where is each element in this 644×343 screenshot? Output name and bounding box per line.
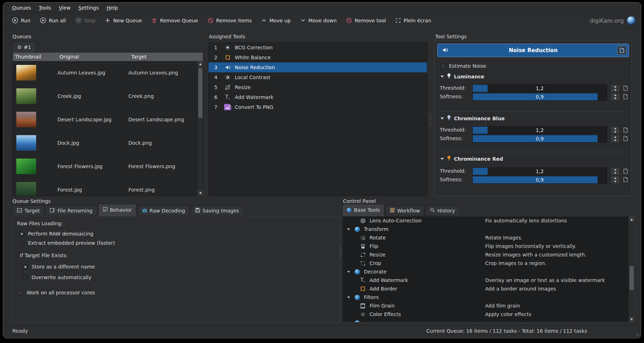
move-down-button[interactable]: Move down [297,16,340,25]
run-all-button[interactable]: Run all [37,15,69,26]
radio-extract-embedded-preview[interactable]: Extract embedded preview (faster) [19,240,115,246]
section-chrominance-blue[interactable]: Chrominance Blue [440,115,505,122]
tree-row-rotate[interactable]: Rotate Rotate images. [343,233,634,242]
tool-row-add-watermark[interactable]: 6 T+ Add Watermark [209,92,427,102]
remove-queue-button[interactable]: Remove Queue [148,16,201,26]
digikam-brand: digiKam.org [590,13,636,28]
tab-raw-decoding[interactable]: Raw Decoding [138,205,190,216]
splitter-handle[interactable] [340,247,341,259]
scroll-up-icon[interactable]: ▲ [629,216,634,222]
reset-icon[interactable] [623,94,628,100]
remove-items-button[interactable]: Remove items [205,16,255,26]
spin-buttons[interactable]: ▲▼ [611,167,620,175]
expander-icon[interactable] [347,271,350,273]
scroll-down-icon[interactable]: ▼ [629,316,634,322]
tab-behavior[interactable]: Behavior [98,204,137,216]
reset-icon[interactable] [623,136,628,142]
scrollbar-thumb[interactable] [198,68,202,118]
fullscreen-button[interactable]: Plein écran [392,16,434,25]
tool-row-local-contrast[interactable]: 4 Local Contrast [209,72,427,82]
spin-buttons[interactable]: ▲▼ [611,93,620,101]
menu-help[interactable]: Help [104,4,121,12]
reset-icon[interactable] [623,168,628,175]
chroma-blue-softness-slider[interactable]: Softness: 0,9 ▲▼ [435,135,632,143]
tool-row-bcg-correction[interactable]: 1 BCG Correction [209,43,427,52]
tree-row-crop[interactable]: Crop Crop images to a region. [343,259,634,267]
stop-button[interactable]: Stop [72,15,99,26]
tree-row-flip[interactable]: Flip Flip images horizontally or vertica… [343,242,634,250]
png-file-icon [223,104,232,110]
section-luminance[interactable]: Luminance [440,73,484,80]
spin-buttons[interactable]: ▲▼ [611,84,620,92]
new-queue-button[interactable]: New Queue [102,16,145,25]
queue-row[interactable]: Desert Landscape.jpg Desert Landscape.pn… [13,108,197,131]
chroma-red-threshold-slider[interactable]: Threshold: 1,2 ▲▼ [435,167,632,175]
chroma-red-softness-slider[interactable]: Softness: 0,9 ▲▼ [435,176,632,184]
queue-row[interactable]: Forest.jpg Forest.png [13,178,197,196]
spin-buttons[interactable]: ▲▼ [611,135,620,143]
remove-tool-button[interactable]: Remove tool [343,16,389,26]
tab-file-renaming[interactable]: File Renaming [45,205,97,216]
luminance-softness-slider[interactable]: Softness: 0,9 ▲▼ [435,93,632,101]
column-thumbnail[interactable]: Thumbnail [13,52,57,61]
column-original[interactable]: Original [57,52,129,61]
menu-view[interactable]: View [56,4,74,12]
estimate-noise-checkbox[interactable]: Estimate Noise [440,63,486,69]
queue-tab-1[interactable]: ⚙ #1 [12,42,36,52]
stop-icon [75,17,82,24]
run-button[interactable]: Run [9,15,33,26]
assigned-tools-list: 1 BCG Correction 2 White Balance 3 Noise… [208,42,427,196]
radio-perform-raw-demosaicing[interactable]: Perform RAW demosaicing [19,231,93,237]
reset-icon[interactable] [623,127,628,134]
radio-store-different-name[interactable]: Store as a different name [23,264,95,270]
queue-row[interactable]: Forest Flowers.jpg Forest Flowers.png [13,155,197,178]
tree-row-film-grain[interactable]: Film Grain Add film grain [343,301,634,310]
queue-row[interactable]: Creek.jpg Creek.png [13,84,197,108]
tab-workflow[interactable]: Workflow [385,205,424,216]
tree-group-transform[interactable]: Transform [343,225,634,233]
expander-icon[interactable] [347,297,350,298]
tool-row-resize[interactable]: 5 Resize [209,82,427,92]
tool-help-button[interactable] [617,46,627,55]
menu-queues[interactable]: Queues [9,4,34,12]
radio-overwrite-automatically[interactable]: Overwrite automatically [23,275,91,280]
tab-base-tools[interactable]: Base Tools [342,204,384,216]
tab-saving-images[interactable]: Saving Images [191,205,244,216]
scroll-up-icon[interactable]: ▲ [198,61,203,67]
spin-buttons[interactable]: ▲▼ [611,176,620,184]
tree-group-decorate[interactable]: Decorate [343,267,634,276]
tree-scrollbar[interactable]: ▲ ▼ [628,216,634,322]
tree-row-lens-auto-correction[interactable]: Lens Auto-Correction Fix automatically l… [343,216,634,225]
film-icon [360,303,366,309]
reset-icon[interactable] [623,85,628,92]
spin-buttons[interactable]: ▲▼ [611,126,620,134]
queue-row[interactable]: Dock.jpg Dock.png [13,131,197,155]
tool-row-convert-to-png[interactable]: 7 Convert To PNG [209,102,427,112]
tool-row-white-balance[interactable]: 2 White Balance [209,52,427,62]
resize-grip[interactable] [636,333,639,337]
tool-row-noise-reduction[interactable]: 3 Noise Reduction [209,62,427,72]
tree-row-add-border[interactable]: Add Border Add a border around images [343,284,634,293]
checkbox-all-processor-cores[interactable]: Work on all processor cores [18,290,95,295]
scroll-down-icon[interactable]: ▼ [198,190,203,196]
menu-settings[interactable]: Settings [75,4,102,12]
queue-row[interactable]: Autumn Leaves.jpg Autumn Leaves.png [13,61,197,84]
move-up-button[interactable]: Move up [258,16,294,25]
tree-group-filters[interactable]: Filters [343,293,634,301]
queue-table-scrollbar[interactable]: ▲ ▼ [197,61,203,196]
tree-row-resize[interactable]: Resize Resize images with a customized l… [343,250,634,259]
splitter-handle[interactable] [430,113,431,125]
camera-icon [142,208,147,214]
tree-row-add-watermark[interactable]: T+ Add Watermark Overlay an image or tex… [343,276,634,284]
chroma-blue-threshold-slider[interactable]: Threshold: 1,2 ▲▼ [435,126,632,134]
scrollbar-thumb[interactable] [629,266,634,290]
reset-icon[interactable] [623,177,628,183]
section-chrominance-red[interactable]: Chrominance Red [440,155,503,162]
expander-icon[interactable] [347,228,350,230]
tab-target[interactable]: Target [12,205,44,216]
luminance-threshold-slider[interactable]: Threshold: 1,2 ▲▼ [435,84,632,92]
column-target[interactable]: Target [129,52,203,61]
tab-history[interactable]: History [426,205,460,216]
menu-tools[interactable]: Tools [35,4,54,12]
tree-row-color-effects[interactable]: Color Effects Apply color effects [343,310,634,319]
